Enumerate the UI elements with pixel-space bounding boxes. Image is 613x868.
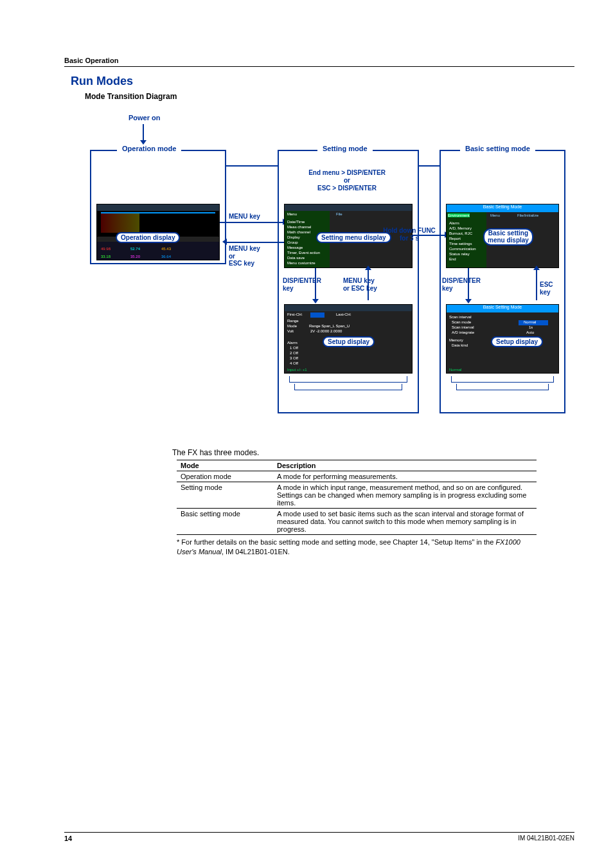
- basic-setting-menu-display-pill: Basic setting menu display: [483, 228, 533, 246]
- table-row: Operation mode A mode for performing mea…: [177, 471, 537, 482]
- power-on-label: Power on: [129, 114, 161, 122]
- menu-key-label-top: MENU key: [229, 213, 260, 221]
- esc-key-label: ESC key: [540, 281, 565, 296]
- mode-transition-subheading: Mode Transition Diagram: [85, 92, 574, 101]
- basic-setting-mode-header: Basic setting mode: [460, 145, 535, 152]
- modes-table: Mode Description Operation mode A mode f…: [177, 460, 537, 535]
- page-number: 14: [64, 835, 72, 842]
- end-menu-label: End menu > DISP/ENTER or ESC > DISP/ENTE…: [289, 169, 405, 192]
- intro-text: The FX has three modes.: [172, 448, 574, 457]
- operation-display-pill: Operation display: [116, 232, 180, 243]
- col-desc: Description: [273, 460, 537, 471]
- footnote: * For further details on the basic setti…: [177, 538, 537, 557]
- table-row: Setting mode A mode in which input range…: [177, 482, 537, 509]
- menu-key-or-esc-label: MENU key or ESC key: [229, 245, 260, 267]
- menu-or-esc-key-label: MENU keyor ESC key: [343, 277, 377, 293]
- mode-transition-diagram: Power on Operation mode Setting mode Bas…: [90, 114, 565, 435]
- run-modes-heading: Run Modes: [71, 75, 574, 88]
- table-row: Basic setting mode A mode used to set ba…: [177, 509, 537, 535]
- setup-display-pill-2: Setup display: [491, 336, 543, 347]
- operation-mode-header: Operation mode: [117, 145, 181, 152]
- arrow-icon: [143, 124, 144, 141]
- page-footer: 14 IM 04L21B01-02EN: [64, 832, 574, 842]
- disp-enter-key-label-1: DISP/ENTERkey: [283, 277, 321, 293]
- setting-mode-header: Setting mode: [317, 145, 373, 152]
- doc-id: IM 04L21B01-02EN: [518, 835, 574, 842]
- disp-enter-key-label-2: DISP/ENTERkey: [442, 277, 481, 293]
- setup-display-pill-1: Setup display: [323, 336, 375, 347]
- section-title: Basic Operation: [64, 57, 574, 67]
- col-mode: Mode: [177, 460, 273, 471]
- setting-menu-display-pill: Setting menu display: [316, 232, 391, 243]
- hold-down-func-label: Hold down FUNC for 3 s: [382, 227, 437, 242]
